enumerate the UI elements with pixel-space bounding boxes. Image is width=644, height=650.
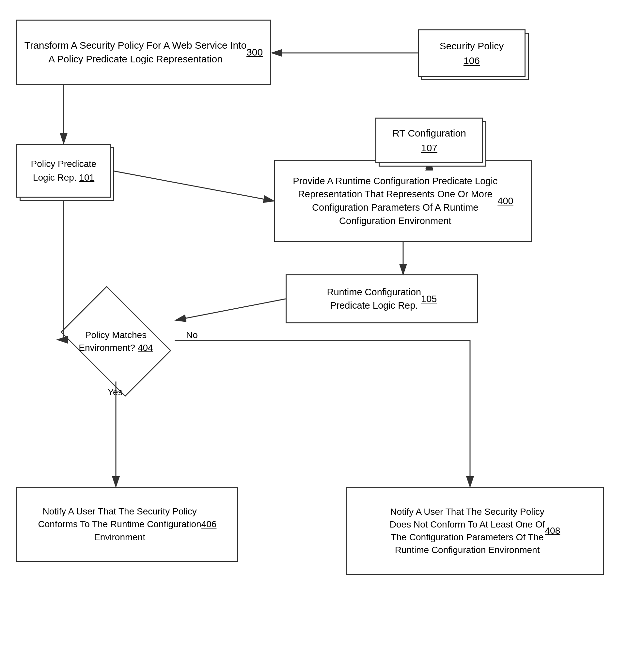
policy-pred-label: Policy PredicateLogic Rep. 101 <box>31 157 97 185</box>
security-policy-ref: 106 <box>463 55 480 66</box>
provide-box: Provide A Runtime Configuration Predicat… <box>274 160 532 242</box>
rt-config-label: RT Configuration107 <box>392 126 466 155</box>
rt-config-ref: 107 <box>421 142 438 153</box>
notify-yes-ref: 406 <box>201 518 217 531</box>
notify-yes-box: Notify A User That The Security Policy C… <box>16 487 238 562</box>
notify-no-box: Notify A User That The Security Policy D… <box>346 487 604 575</box>
runtime-pred-box: Runtime Configuration Predicate Logic Re… <box>286 275 478 323</box>
decision-ref: 404 <box>138 342 153 353</box>
runtime-pred-ref: 105 <box>421 292 437 306</box>
notify-no-ref: 408 <box>545 524 561 537</box>
transform-ref: 300 <box>247 45 263 59</box>
svg-line-7 <box>111 171 273 201</box>
svg-line-9 <box>176 299 286 320</box>
yes-label: Yes <box>108 387 123 398</box>
security-policy-label: Security Policy106 <box>440 39 504 68</box>
provide-ref: 400 <box>497 194 513 208</box>
decision-diamond-wrap: Policy MatchesEnvironment? 404 <box>57 300 175 382</box>
policy-pred-ref: 101 <box>79 173 94 183</box>
flowchart-diagram: Transform A Security Policy For A Web Se… <box>0 0 644 650</box>
decision-label: Policy MatchesEnvironment? 404 <box>79 329 153 354</box>
no-label: No <box>186 330 198 340</box>
transform-box: Transform A Security Policy For A Web Se… <box>16 20 271 85</box>
